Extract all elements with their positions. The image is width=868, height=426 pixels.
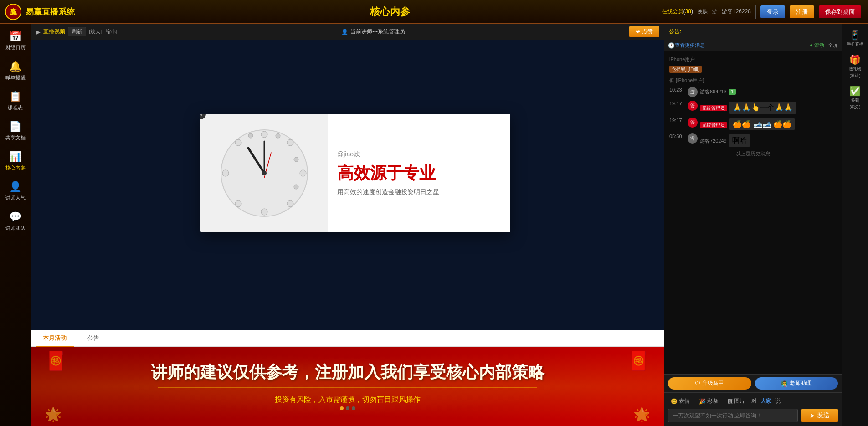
svg-point-13 (294, 157, 298, 162)
logo-icon: 赢 (5, 3, 22, 21)
chat-input[interactable] (668, 409, 798, 422)
chat-area[interactable]: iPhone用户 仓提醒] [详细] 低 [iPhone用户] 10:23 游 … (664, 51, 842, 374)
clipboard-icon: 📋 (9, 91, 21, 103)
right-floating-panel: 📱 手机直播 🎁 送礼物 (累计) ✅ 签到 (积分) (842, 24, 868, 426)
image-button[interactable]: 🖼 图片 (724, 396, 748, 406)
svg-point-5 (300, 170, 306, 176)
banner-bottom-left-deco: 🌟 (45, 406, 62, 422)
video-controls-left: ▶ 直播视频 刷新 [放大] [缩小] (36, 27, 117, 36)
msg-username-1: 游客664213 (700, 89, 727, 94)
svg-point-6 (287, 200, 293, 207)
smile-icon: 😊 (671, 398, 678, 405)
svg-point-4 (287, 139, 293, 146)
gift-icon: 🎁 (849, 54, 861, 65)
chat-message-2: 19:17 管 系统管理员 🙏🙏👆一个🙏🙏 (667, 99, 839, 116)
chat-tools: 😊 表情 🎉 彩条 🖼 图片 对 大家 说 (668, 396, 838, 406)
login-button[interactable]: 登录 (760, 5, 785, 18)
register-button[interactable]: 注册 (790, 5, 814, 18)
mobile-broadcast[interactable]: 📱 手机直播 (845, 27, 866, 50)
save-to-desktop-button[interactable]: 保存到桌面 (819, 5, 861, 18)
header-controls: 在线会员(38) 换肤 游 游客126228 登录 注册 保存到桌面 (662, 5, 868, 19)
scroll-toggle[interactable]: ● 滚动 (810, 42, 824, 49)
announcement-bar: 公告: (664, 24, 842, 40)
msg-avatar-1: 游 (688, 87, 698, 97)
msg-avatar-2: 管 (688, 101, 698, 111)
sidebar-label-teacher-team: 讲师团队 (5, 225, 26, 231)
calendar-icon: 📅 (9, 31, 21, 42)
sidebar-item-shared-docs[interactable]: 📄 共享文档 (0, 116, 31, 146)
iphone-label-1: iPhone用户 (669, 56, 695, 62)
reminder-badge: 仓提醒] [详细] (669, 66, 702, 73)
sidebar-item-presenter-popularity[interactable]: 👤 讲师人气 (0, 176, 31, 206)
svg-point-14 (294, 185, 298, 189)
svg-point-19 (262, 171, 267, 175)
like-button[interactable]: ❤ 点赞 (629, 26, 659, 37)
logo-text: 易赢直播系统 (26, 6, 75, 17)
msg-content-1: 游客664213 1 (700, 87, 837, 95)
svg-point-9 (222, 170, 229, 176)
size-small-btn[interactable]: [缩小] (104, 28, 117, 35)
msg-avatar-4: 游 (688, 133, 698, 144)
reminder-msg: 仓提醒] [详细] (667, 64, 839, 74)
chat-icon: 💬 (9, 211, 21, 223)
sidebar-label-presenter: 讲师人气 (5, 195, 26, 201)
expression-button[interactable]: 😊 表情 (668, 396, 693, 406)
chat-more-link[interactable]: 查看更多消息 (675, 42, 705, 49)
green-dot: ● (810, 42, 813, 48)
sidebar-label-financial-calendar: 财经日历 (5, 44, 26, 51)
msg-badge-2: 系统管理员 (700, 105, 727, 111)
tab-announcement[interactable]: 公告 (80, 330, 107, 347)
sidebar-item-core-ref[interactable]: 📊 核心内参 (0, 146, 31, 176)
say-label: 说 (775, 397, 781, 405)
chat-input-row: ➤ 发送 (668, 409, 838, 422)
skin-switch[interactable]: 换肤 (698, 8, 708, 15)
gift-panel[interactable]: 🎁 送礼物 (累计) (847, 52, 863, 81)
popup-tagline: 用高效的速度创造金融投资明日之星 (337, 188, 501, 196)
clock-icon: 🕐 (668, 42, 675, 49)
chat-bottom: 😊 表情 🎉 彩条 🖼 图片 对 大家 说 ➤ 发送 (664, 392, 842, 426)
popup-text-area: @jiao炊 高效源于专业 用高效的速度创造金融投资明日之星 (328, 141, 510, 205)
msg-text-2: 🙏🙏👆一个🙏🙏 (733, 103, 793, 113)
history-msg: 以上是历史消息 (667, 149, 839, 159)
sidebar-item-course-table[interactable]: 📋 课程表 (0, 86, 31, 116)
popup-clock-area (200, 114, 328, 232)
sidebar-label-order-reminder: 喊单提醒 (5, 74, 26, 81)
guest-id: 游客126228 (722, 8, 751, 15)
presenter-person-icon: 👤 (341, 29, 348, 35)
chart-icon: 📊 (9, 151, 21, 163)
msg-time-2: 19:17 (669, 101, 685, 106)
refresh-button[interactable]: 刷新 (68, 27, 86, 36)
audience-select-button[interactable]: 大家 (760, 397, 771, 405)
msg-badge-1: 1 (729, 89, 736, 95)
msg-bubble-2: 🙏🙏👆一个🙏🙏 (729, 102, 796, 114)
sidebar-item-teacher-team[interactable]: 💬 讲师团队 (0, 206, 31, 236)
sidebar-label-course-table: 课程表 (8, 104, 23, 111)
sidebar-item-order-reminder[interactable]: 🔔 喊单提醒 (0, 56, 31, 86)
msg-text-3: 🍊🍊 🎿🎿 🍊🍊 (733, 120, 791, 128)
bell-icon: 🔔 (9, 61, 21, 72)
chat-message-4: 05:50 游 游客720249 啊哈 (667, 132, 839, 149)
image-icon: 🖼 (727, 398, 733, 405)
sidebar-item-financial-calendar[interactable]: 📅 财经日历 (0, 26, 31, 56)
teacher-icon: 👨‍🏫 (781, 380, 788, 387)
checkin-panel[interactable]: ✅ 签到 (积分) (847, 83, 863, 113)
bottom-area: 本月活动 | 公告 🧧 🧧 🌟 🌟 讲师的建议仅供参考，注册加入我们享受核心内部… (31, 330, 664, 426)
tab-monthly-activity[interactable]: 本月活动 (36, 330, 74, 347)
msg-time-1: 10:23 (669, 87, 685, 92)
svg-point-7 (261, 209, 267, 215)
fullscreen-toggle[interactable]: 全屏 (828, 42, 838, 49)
svg-point-12 (248, 133, 253, 138)
bottom-tabs: 本月活动 | 公告 (31, 330, 664, 347)
upgrade-teacher-button[interactable]: 👨‍🏫 老师助理 (755, 377, 838, 390)
header-divider (755, 5, 756, 19)
lottery-button[interactable]: 🎉 彩条 (696, 396, 721, 406)
banner-left-deco: 🧧 (45, 350, 67, 372)
doc-icon: 📄 (9, 121, 21, 133)
presenter-name: 当前讲师---系统管理员 (350, 28, 405, 36)
clock-svg (219, 128, 310, 219)
banner-right-deco: 🧧 (627, 350, 650, 372)
send-button[interactable]: ➤ 发送 (801, 409, 838, 422)
upgrade-armor-button[interactable]: 🛡 升级马甲 (668, 377, 751, 390)
logo-area: 赢 易赢直播系统 (0, 3, 118, 21)
size-large-btn[interactable]: [放大] (89, 28, 102, 35)
